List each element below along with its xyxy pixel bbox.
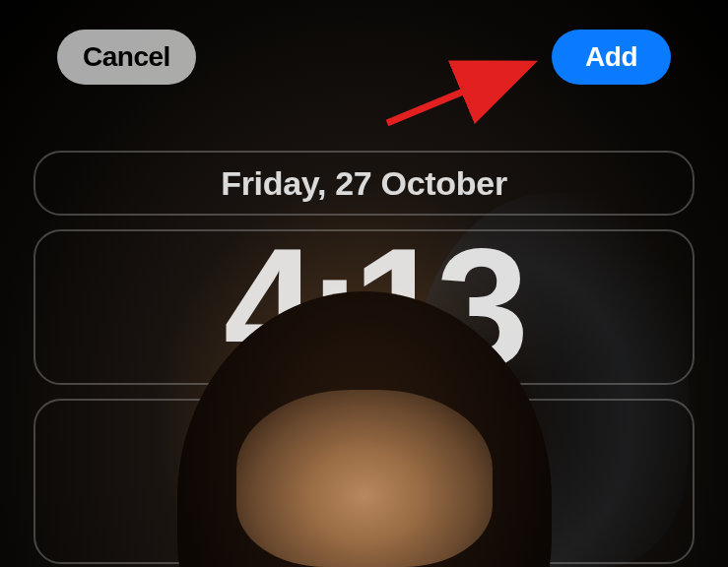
- wallpaper-subject-face: [236, 390, 493, 567]
- date-widget[interactable]: Friday, 27 October: [33, 151, 695, 216]
- editor-header: Cancel Add: [0, 30, 728, 85]
- date-text: Friday, 27 October: [221, 164, 507, 203]
- cancel-button[interactable]: Cancel: [57, 30, 196, 85]
- add-button[interactable]: Add: [552, 30, 671, 85]
